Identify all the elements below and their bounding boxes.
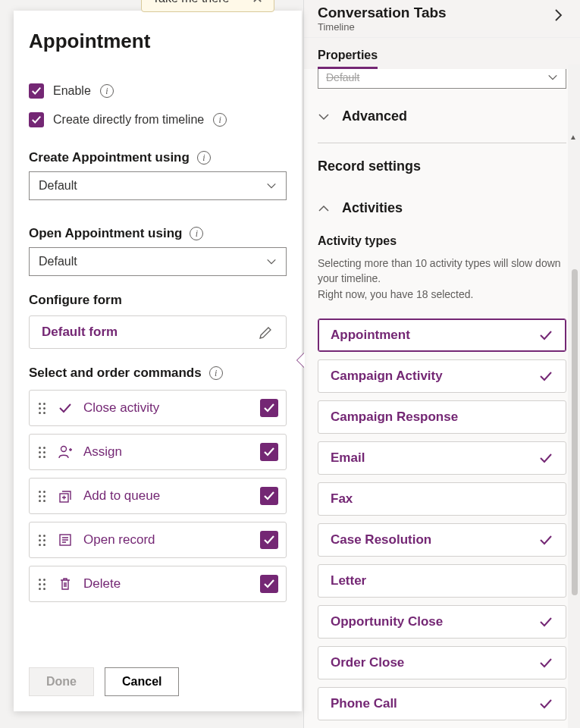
record-icon	[58, 532, 73, 548]
info-icon[interactable]: i	[190, 227, 203, 240]
activity-item[interactable]: Case Resolution	[318, 523, 566, 557]
activity-types-label: Activity types	[318, 234, 566, 248]
configure-form-card[interactable]: Default form	[29, 315, 287, 349]
command-label: Assign	[83, 444, 249, 460]
hint-line1: Selecting more than 10 activity types wi…	[318, 257, 561, 284]
cancel-button[interactable]: Cancel	[105, 667, 179, 696]
command-label: Open record	[83, 532, 249, 548]
activity-item[interactable]: Fax	[318, 482, 566, 516]
activity-item[interactable]: Order Close	[318, 646, 566, 679]
activity-label: Appointment	[331, 328, 410, 343]
commands-label: Select and order commands	[29, 366, 202, 381]
tabs-subtitle: Timeline	[318, 21, 447, 33]
svg-point-0	[61, 447, 67, 452]
command-item[interactable]: Assign	[29, 434, 287, 470]
drag-handle-icon[interactable]	[37, 579, 47, 590]
check-icon	[538, 655, 553, 670]
activity-item[interactable]: Appointment	[318, 318, 566, 352]
close-icon[interactable]: ✕	[252, 0, 263, 5]
open-using-dropdown[interactable]: Default	[29, 247, 287, 276]
chevron-down-icon	[547, 72, 558, 83]
dropdown-value: Default	[326, 71, 359, 83]
create-using-group: Create Appointment using i Default	[29, 150, 287, 217]
command-label: Delete	[83, 576, 249, 592]
activity-hint: Selecting more than 10 activity types wi…	[318, 256, 566, 302]
edit-icon	[259, 325, 274, 340]
create-using-dropdown[interactable]: Default	[29, 171, 287, 200]
scrollbar-thumb[interactable]	[572, 269, 578, 595]
hint-line2: Right now, you have 18 selected.	[318, 288, 473, 300]
appointment-panel: Appointment Enable i Create directly fro…	[14, 11, 302, 711]
drag-handle-icon[interactable]	[37, 491, 47, 502]
commands-list: Close activityAssignAdd to queueOpen rec…	[29, 390, 287, 610]
open-using-group: Open Appointment using i Default	[29, 226, 287, 293]
activity-label: Phone Call	[331, 696, 397, 711]
command-label: Close activity	[83, 400, 249, 416]
chevron-right-icon[interactable]	[551, 8, 566, 23]
teaching-tip: Take me there ✕	[141, 0, 274, 12]
done-button: Done	[29, 667, 94, 696]
chevron-up-icon	[318, 202, 330, 215]
activity-item[interactable]: Campaign Activity	[318, 359, 566, 393]
create-direct-row: Create directly from timeline i	[29, 112, 287, 127]
check-icon	[31, 115, 42, 125]
trash-icon	[58, 576, 73, 592]
drag-handle-icon[interactable]	[37, 535, 47, 546]
create-using-label: Create Appointment using	[29, 150, 190, 165]
command-item[interactable]: Delete	[29, 566, 287, 602]
tab-properties[interactable]: Properties	[318, 49, 378, 69]
activity-label: Opportunity Close	[331, 614, 443, 629]
command-checkbox[interactable]	[260, 443, 278, 461]
info-icon[interactable]: i	[197, 151, 211, 165]
command-item[interactable]: Add to queue	[29, 478, 287, 514]
person-icon	[58, 444, 73, 460]
check-icon	[538, 369, 553, 384]
drag-handle-icon[interactable]	[37, 403, 47, 414]
command-checkbox[interactable]	[260, 575, 278, 593]
teaching-tip-text[interactable]: Take me there	[152, 0, 229, 5]
form-dropdown-cutoff[interactable]: Default	[318, 69, 566, 89]
activity-item[interactable]: Campaign Response	[318, 400, 566, 434]
activity-item[interactable]: Letter	[318, 564, 566, 598]
right-body: Default Advanced Record settings Activit…	[304, 69, 580, 728]
activity-label: Campaign Response	[331, 410, 458, 425]
record-settings-title: Record settings	[318, 158, 566, 174]
activity-label: Order Close	[331, 655, 404, 670]
configure-form-label: Configure form	[29, 293, 287, 308]
info-icon[interactable]: i	[213, 113, 227, 127]
enable-checkbox[interactable]	[29, 83, 44, 99]
activities-title: Activities	[342, 200, 403, 216]
panel-title: Appointment	[29, 30, 287, 53]
activity-label: Case Resolution	[331, 532, 431, 548]
chevron-down-icon	[318, 111, 330, 123]
queue-icon	[58, 488, 73, 504]
activity-label: Fax	[331, 491, 353, 507]
info-icon[interactable]: i	[209, 366, 223, 380]
advanced-title: Advanced	[342, 108, 407, 124]
create-direct-label: Create directly from timeline	[53, 113, 204, 127]
drag-handle-icon[interactable]	[37, 447, 47, 458]
activity-item[interactable]: Opportunity Close	[318, 605, 566, 639]
activity-list: AppointmentCampaign ActivityCampaign Res…	[318, 318, 566, 720]
form-name: Default form	[42, 325, 118, 340]
command-item[interactable]: Open record	[29, 522, 287, 558]
activity-item[interactable]: Phone Call	[318, 687, 566, 720]
activity-item[interactable]: Email	[318, 441, 566, 475]
activities-section-toggle[interactable]: Activities	[318, 200, 566, 216]
advanced-section-toggle[interactable]: Advanced	[318, 108, 566, 124]
open-using-label: Open Appointment using	[29, 226, 182, 241]
info-icon[interactable]: i	[100, 84, 114, 98]
panel-footer: Done Cancel	[29, 667, 287, 696]
check-icon	[31, 86, 42, 96]
create-direct-checkbox[interactable]	[29, 112, 44, 127]
dropdown-value: Default	[39, 179, 77, 193]
chevron-down-icon	[266, 180, 277, 191]
command-item[interactable]: Close activity	[29, 390, 287, 426]
command-checkbox[interactable]	[260, 399, 278, 417]
scroll-up-icon[interactable]: ▲	[569, 133, 577, 141]
command-checkbox[interactable]	[260, 487, 278, 505]
activity-label: Campaign Activity	[331, 369, 443, 384]
scrollbar-track[interactable]: ▲	[568, 64, 580, 728]
chevron-down-icon	[266, 256, 277, 267]
command-checkbox[interactable]	[260, 531, 278, 549]
